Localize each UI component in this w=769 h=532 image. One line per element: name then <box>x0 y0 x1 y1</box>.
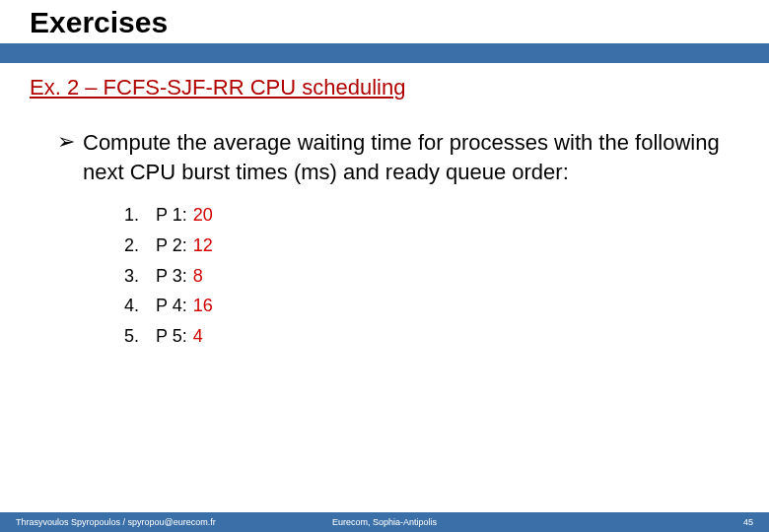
list-item: 1. P 1: 20 <box>124 200 739 231</box>
list-item: 5. P 5: 4 <box>124 321 739 352</box>
item-number: 4. <box>124 291 156 321</box>
footer-bar: Thrasyvoulos Spyropoulos / spyropou@eure… <box>0 512 769 532</box>
footer-page-number: 45 <box>743 517 753 527</box>
item-label: P 2: <box>156 231 187 261</box>
title-bar: Exercises <box>0 0 769 43</box>
footer-org: Eurecom, Sophia-Antipolis <box>332 517 437 527</box>
item-label: P 5: <box>156 321 187 352</box>
item-label: P 1: <box>156 200 187 231</box>
item-value: 16 <box>193 291 213 321</box>
footer-author: Thrasyvoulos Spyropoulos / spyropou@eure… <box>16 517 216 527</box>
item-label: P 4: <box>156 291 187 321</box>
exercise-subtitle: Ex. 2 – FCFS-SJF-RR CPU scheduling <box>30 75 739 100</box>
item-label: P 3: <box>156 261 187 292</box>
slide: Exercises Ex. 2 – FCFS-SJF-RR CPU schedu… <box>0 0 769 532</box>
item-number: 1. <box>124 200 156 231</box>
list-item: 2. P 2: 12 <box>124 231 739 261</box>
bullet-text: Compute the average waiting time for pro… <box>83 128 739 186</box>
process-list: 1. P 1: 20 2. P 2: 12 3. P 3: 8 4. P 4: … <box>30 200 739 351</box>
bullet-row: ➢ Compute the average waiting time for p… <box>30 128 739 186</box>
content-area: Ex. 2 – FCFS-SJF-RR CPU scheduling ➢ Com… <box>0 63 769 351</box>
item-value: 4 <box>193 321 203 352</box>
list-item: 4. P 4: 16 <box>124 291 739 321</box>
slide-title: Exercises <box>30 6 769 39</box>
item-value: 8 <box>193 261 203 292</box>
list-item: 3. P 3: 8 <box>124 261 739 292</box>
bullet-arrow-icon: ➢ <box>57 128 75 157</box>
item-number: 5. <box>124 321 156 352</box>
item-number: 3. <box>124 261 156 292</box>
title-underline-bar <box>0 43 769 63</box>
item-value: 12 <box>193 231 213 261</box>
item-number: 2. <box>124 231 156 261</box>
item-value: 20 <box>193 200 213 231</box>
